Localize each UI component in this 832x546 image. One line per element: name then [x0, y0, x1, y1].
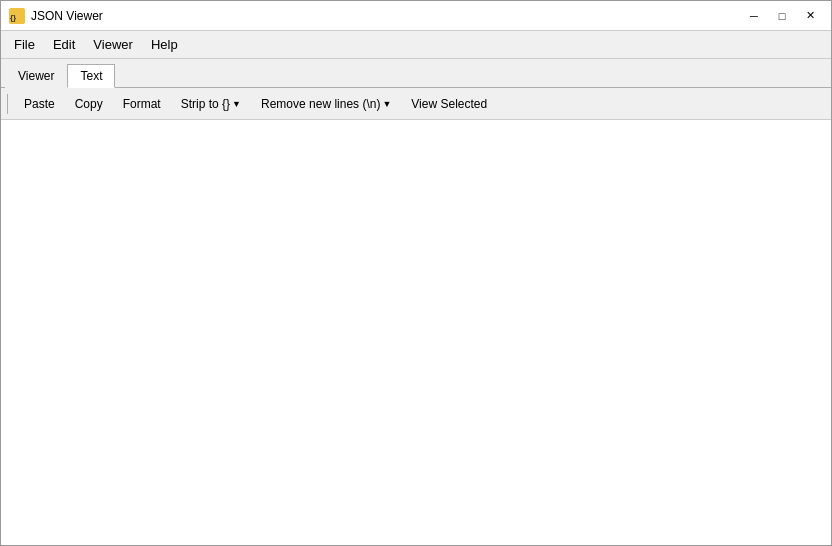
tab-bar: Viewer Text	[1, 59, 831, 88]
menu-file[interactable]: File	[5, 32, 44, 57]
menu-help[interactable]: Help	[142, 32, 187, 57]
remove-newlines-dropdown-icon: ▼	[382, 99, 391, 109]
view-selected-button[interactable]: View Selected	[402, 93, 496, 115]
format-button[interactable]: Format	[114, 93, 170, 115]
menu-bar: File Edit Viewer Help	[1, 31, 831, 59]
maximize-button[interactable]: □	[769, 6, 795, 26]
app-window: {} JSON Viewer ─ □ ✕ File Edit Viewer He…	[0, 0, 832, 546]
app-icon: {}	[9, 8, 25, 24]
content-area	[1, 120, 831, 545]
toolbar: Paste Copy Format Strip to {} ▼ Remove n…	[1, 88, 831, 120]
svg-text:{}: {}	[10, 13, 16, 22]
strip-button[interactable]: Strip to {} ▼	[172, 93, 250, 115]
remove-newlines-label: Remove new lines (\n)	[261, 97, 380, 111]
minimize-button[interactable]: ─	[741, 6, 767, 26]
paste-button[interactable]: Paste	[15, 93, 64, 115]
copy-button[interactable]: Copy	[66, 93, 112, 115]
remove-newlines-button[interactable]: Remove new lines (\n) ▼	[252, 93, 400, 115]
strip-label: Strip to {}	[181, 97, 230, 111]
menu-edit[interactable]: Edit	[44, 32, 84, 57]
title-bar-left: {} JSON Viewer	[9, 8, 103, 24]
menu-viewer[interactable]: Viewer	[84, 32, 142, 57]
text-editor[interactable]	[5, 124, 827, 541]
tab-text[interactable]: Text	[67, 64, 115, 88]
close-button[interactable]: ✕	[797, 6, 823, 26]
tab-viewer[interactable]: Viewer	[5, 64, 67, 88]
title-bar: {} JSON Viewer ─ □ ✕	[1, 1, 831, 31]
strip-dropdown-icon: ▼	[232, 99, 241, 109]
window-controls: ─ □ ✕	[741, 6, 823, 26]
window-title: JSON Viewer	[31, 9, 103, 23]
toolbar-separator-1	[7, 94, 11, 114]
